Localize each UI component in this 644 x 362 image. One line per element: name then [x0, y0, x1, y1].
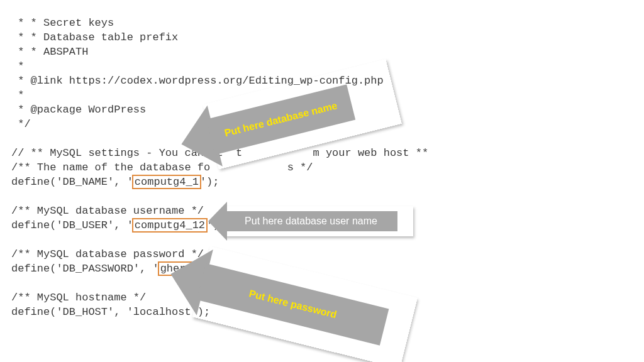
code-line: *: [11, 89, 24, 101]
db-user-value: computg4_12: [132, 218, 208, 233]
db-name-value: computg4_1: [132, 175, 201, 189]
code-line: *: [11, 60, 24, 72]
code-line: /** MySQL database username */: [11, 205, 204, 217]
annotation-label: Put here database user name: [245, 216, 377, 227]
code-line: * * ABSPATH: [11, 46, 88, 58]
annotation-label: Put here database name: [223, 100, 338, 139]
code-line: * * Database table prefix: [11, 31, 178, 43]
code-line: * * Secret keys: [11, 17, 114, 29]
code-line: * @package WordPress: [11, 104, 146, 116]
code-line: define('DB_NAME', 'computg4_1');: [11, 176, 219, 188]
code-line: */: [11, 118, 31, 130]
annotation-arrow-db-user: Put here database user name: [225, 206, 413, 236]
annotation-label: Put here password: [248, 288, 338, 321]
code-line: /** MySQL hostname */: [11, 292, 146, 304]
code-line: /** The name of the database fo s */: [11, 162, 313, 173]
code-line: define('DB_USER', 'computg4_12');: [11, 219, 226, 231]
